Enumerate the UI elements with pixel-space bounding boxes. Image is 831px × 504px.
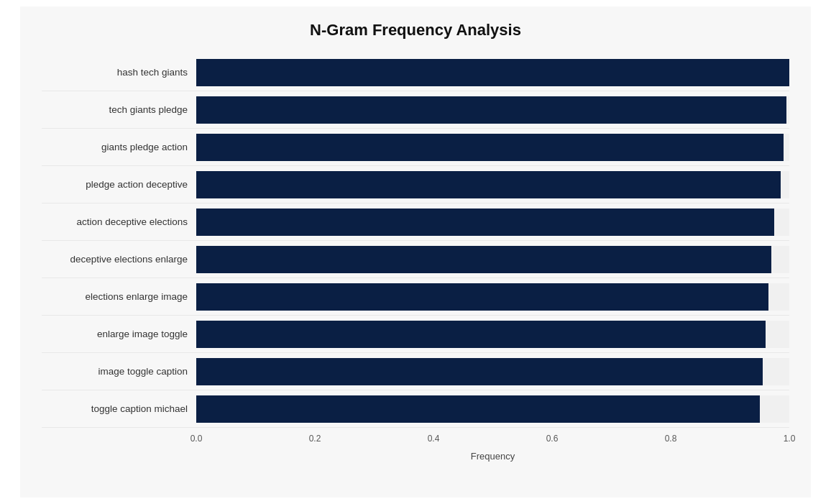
bar-label: toggle caption michael xyxy=(42,403,196,414)
bar-track xyxy=(196,358,789,385)
bar-label: action deceptive elections xyxy=(42,216,196,227)
bar-row: image toggle caption xyxy=(42,353,789,390)
bar-track xyxy=(196,209,789,236)
chart-area: hash tech giantstech giants pledgegiants… xyxy=(42,54,789,428)
bar-track xyxy=(196,321,789,348)
bar-label: image toggle caption xyxy=(42,366,196,377)
bar-track xyxy=(196,283,789,311)
bar-fill xyxy=(196,209,774,236)
bar-label: hash tech giants xyxy=(42,67,196,78)
bar-track xyxy=(196,171,789,198)
bar-label: elections enlarge image xyxy=(42,291,196,302)
x-tick: 0.4 xyxy=(428,434,440,444)
x-axis-ticks: 0.00.20.40.60.81.0 xyxy=(196,434,789,448)
bar-fill xyxy=(196,283,768,311)
bar-row: action deceptive elections xyxy=(42,203,789,241)
x-tick: 0.0 xyxy=(190,434,203,444)
bar-row: enlarge image toggle xyxy=(42,316,789,353)
chart-title: N-Gram Frequency Analysis xyxy=(42,21,789,40)
x-tick: 0.8 xyxy=(665,434,677,444)
bar-row: deceptive elections enlarge xyxy=(42,241,789,278)
bar-fill xyxy=(196,96,786,124)
x-tick: 1.0 xyxy=(784,434,796,444)
bar-track xyxy=(196,96,789,124)
bar-fill xyxy=(196,321,766,348)
bar-track xyxy=(196,395,789,423)
bar-label: pledge action deceptive xyxy=(42,179,196,190)
x-axis: 0.00.20.40.60.81.0 xyxy=(42,434,789,448)
bar-fill xyxy=(196,395,760,423)
bar-label: tech giants pledge xyxy=(42,104,196,115)
chart-container: N-Gram Frequency Analysis hash tech gian… xyxy=(20,6,811,498)
bar-label: deceptive elections enlarge xyxy=(42,254,196,265)
bar-row: giants pledge action xyxy=(42,129,789,166)
bar-row: toggle caption michael xyxy=(42,390,789,428)
bar-row: tech giants pledge xyxy=(42,91,789,129)
bar-track xyxy=(196,59,789,86)
bar-fill xyxy=(196,134,784,161)
bar-row: elections enlarge image xyxy=(42,278,789,316)
bar-row: pledge action deceptive xyxy=(42,166,789,203)
bar-label: giants pledge action xyxy=(42,142,196,152)
bar-fill xyxy=(196,59,789,86)
x-tick: 0.6 xyxy=(546,434,559,444)
bar-track xyxy=(196,246,789,273)
bar-fill xyxy=(196,171,781,198)
bar-fill xyxy=(196,358,763,385)
bar-fill xyxy=(196,246,771,273)
x-axis-label: Frequency xyxy=(42,451,789,462)
bar-row: hash tech giants xyxy=(42,54,789,91)
bar-track xyxy=(196,134,789,161)
x-tick: 0.2 xyxy=(309,434,321,444)
bar-label: enlarge image toggle xyxy=(42,329,196,339)
